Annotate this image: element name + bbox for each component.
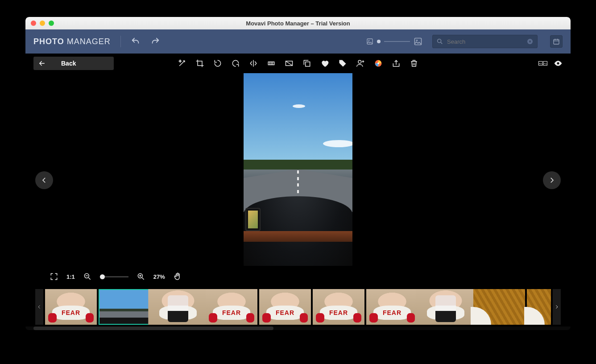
filmstrip-thumb[interactable]: FEAR [45, 289, 97, 325]
flip-horizontal-button[interactable] [249, 59, 258, 68]
thumb-large-icon [414, 37, 422, 46]
clear-search-icon[interactable] [526, 38, 534, 45]
filmstrip-prev-button[interactable] [35, 289, 43, 325]
favorite-button[interactable] [320, 59, 329, 68]
straighten-button[interactable] [267, 59, 276, 68]
zoom-out-button[interactable] [83, 272, 92, 281]
filmstrip-thumb[interactable]: FEAR [313, 289, 364, 325]
filmstrip-thumb[interactable] [152, 289, 204, 325]
search-icon [436, 38, 443, 45]
actual-size-button[interactable]: 1:1 [66, 273, 75, 280]
search-box[interactable] [432, 35, 538, 48]
titlebar: Movavi Photo Manager – Trial Version [25, 17, 571, 29]
prev-photo-button[interactable] [35, 171, 53, 189]
window-title: Movavi Photo Manager – Trial Version [25, 20, 571, 27]
svg-point-10 [358, 60, 361, 63]
svg-rect-9 [306, 62, 310, 66]
toolbar-divider [120, 36, 121, 47]
add-people-button[interactable] [356, 59, 365, 68]
app-window: Movavi Photo Manager – Trial Version PHO… [25, 17, 571, 330]
editor-toolbar: Back [25, 54, 571, 73]
zoom-controls: 1:1 27% [50, 269, 182, 284]
filmstrip: FEARFEARFEARFEARFEAR [25, 287, 571, 327]
brand-light: MANAGER [67, 37, 111, 46]
filmstrip-thumb[interactable]: FEAR [259, 289, 311, 325]
rotate-left-button[interactable] [213, 59, 222, 68]
filmstrip-scrollbar[interactable] [25, 327, 571, 330]
zoom-slider[interactable] [100, 276, 128, 277]
view-toggle-button[interactable] [554, 59, 563, 68]
filmstrip-thumb[interactable] [473, 289, 525, 325]
back-button[interactable]: Back [33, 57, 114, 70]
main-toolbar: PHOTO MANAGER [25, 29, 571, 54]
crop-button[interactable] [195, 59, 204, 68]
filmstrip-next-button[interactable] [553, 289, 561, 325]
svg-rect-14 [543, 62, 547, 66]
resize-button[interactable] [285, 59, 294, 68]
filmstrip-thumb[interactable]: FEAR [366, 289, 418, 325]
calendar-button[interactable] [550, 35, 563, 48]
tag-button[interactable] [338, 59, 347, 68]
svg-point-1 [368, 40, 370, 41]
app-brand: PHOTO MANAGER [33, 37, 111, 46]
current-photo[interactable] [244, 73, 352, 266]
zoom-percent: 27% [153, 273, 165, 280]
brand-bold: PHOTO [33, 37, 64, 46]
arrow-left-icon [38, 59, 46, 67]
delete-button[interactable] [410, 59, 418, 68]
filmstrip-thumb[interactable]: FEAR [206, 289, 257, 325]
svg-point-4 [438, 39, 441, 43]
compare-button[interactable] [538, 59, 547, 68]
edit-in-photo-editor-button[interactable] [374, 59, 383, 68]
zoom-in-button[interactable] [137, 272, 145, 281]
search-input[interactable] [447, 38, 523, 45]
pan-button[interactable] [173, 272, 182, 281]
rotate-right-button[interactable] [231, 59, 240, 68]
export-button[interactable] [392, 59, 401, 68]
filmstrip-thumb[interactable] [99, 289, 150, 325]
filmstrip-thumb[interactable] [527, 289, 551, 325]
back-label: Back [61, 60, 76, 67]
undo-button[interactable] [131, 37, 141, 46]
fullscreen-button[interactable] [50, 272, 58, 281]
magic-enhance-button[interactable] [178, 59, 186, 68]
thumb-small-icon [366, 38, 373, 45]
next-photo-button[interactable] [543, 171, 561, 189]
svg-point-3 [416, 40, 418, 41]
photo-viewer: 1:1 27% [25, 73, 571, 287]
svg-point-15 [557, 62, 559, 65]
filmstrip-thumb[interactable] [420, 289, 472, 325]
svg-rect-13 [539, 62, 543, 66]
redo-button[interactable] [150, 37, 160, 46]
svg-point-12 [377, 62, 379, 64]
svg-rect-6 [554, 39, 559, 44]
thumbnail-size-slider[interactable] [366, 37, 422, 46]
copy-button[interactable] [302, 59, 311, 68]
